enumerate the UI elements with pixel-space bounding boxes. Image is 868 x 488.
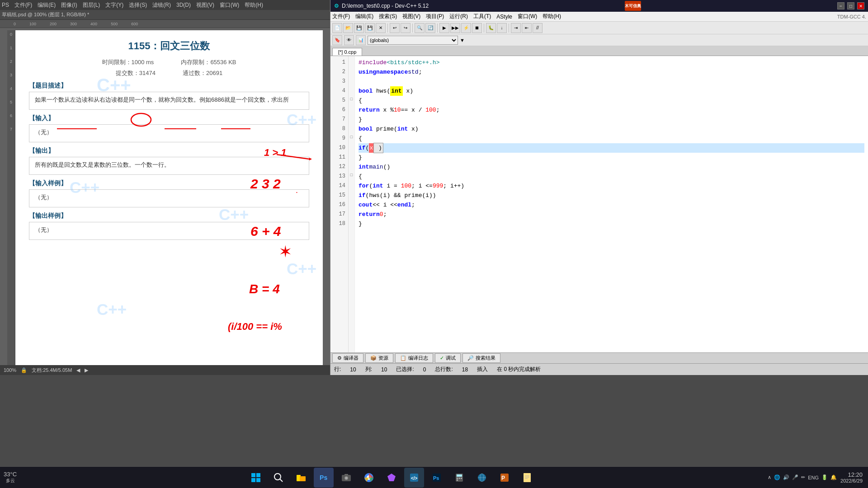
comment-btn[interactable]: // <box>533 23 542 33</box>
titlebar-controls[interactable]: − □ ✕ <box>837 2 864 9</box>
ps-menu-text[interactable]: 文字(Y) <box>105 1 123 9</box>
devcpp-app[interactable]: </> <box>404 468 424 488</box>
devcpp-menubar[interactable]: 文件(F) 编辑(E) 搜索(S) 视图(V) 项目(P) 运行(R) 工具(T… <box>330 12 868 22</box>
taskbar-apps[interactable]: Ps </> Ps P <box>20 468 762 488</box>
globals-select[interactable]: (globals) <box>368 36 458 45</box>
photoshop-app[interactable]: Ps <box>314 468 334 488</box>
compile-btn[interactable]: ▶ <box>439 23 449 33</box>
menu-view[interactable]: 视图(V) <box>402 13 420 20</box>
code-line-5[interactable]: { <box>359 96 864 105</box>
code-line-16[interactable]: cout << i << endl; <box>359 200 864 210</box>
menu-help[interactable]: 帮助(H) <box>542 13 561 20</box>
tab-compile-log[interactable]: 📋 编译日志 <box>395 353 433 363</box>
stop-btn[interactable]: ⏹ <box>472 23 482 33</box>
code-line-8[interactable]: bool prime(int x) <box>359 124 864 134</box>
code-line-7[interactable]: } <box>359 115 864 124</box>
code-line-10[interactable]: if(x ) <box>359 143 864 153</box>
new-btn[interactable]: 📄 <box>332 23 342 33</box>
code-line-14[interactable]: for(int i = 100; i <= 999; i++) <box>359 181 864 191</box>
redo-btn[interactable]: ↪ <box>401 23 410 33</box>
code-line-1[interactable]: #include<bits/stdc++.h> <box>359 58 864 67</box>
devcpp-second-toolbar[interactable]: 🔖 👁 📊 (globals) ▼ <box>330 34 868 46</box>
mic-icon[interactable]: 🎤 <box>792 474 798 480</box>
replace-btn[interactable]: 🔄 <box>425 23 435 33</box>
step-btn[interactable]: ↓ <box>497 23 507 33</box>
ps-menu-ps[interactable]: PS <box>2 2 9 8</box>
code-line-13[interactable]: { <box>359 172 864 181</box>
code-line-17[interactable]: return 0; <box>359 210 864 219</box>
bookmark-btn[interactable]: 🔖 <box>332 35 342 45</box>
devcpp-footer-tabs[interactable]: ⚙ 编译器 📦 资源 📋 编译日志 ✓ 调试 🔎 搜索结果 <box>330 352 868 363</box>
ps-menu-file[interactable]: 文件(F) <box>14 1 32 9</box>
tab-compiler[interactable]: ⚙ 编译器 <box>332 353 363 363</box>
menu-run[interactable]: 运行(R) <box>449 13 468 20</box>
debug-btn[interactable]: 🐛 <box>486 23 496 33</box>
ps-menu-filter[interactable]: 滤镜(R) <box>152 1 171 9</box>
save-btn[interactable]: 💾 <box>354 23 364 33</box>
open-btn[interactable]: 📂 <box>343 23 353 33</box>
tab-debug[interactable]: ✓ 调试 <box>435 353 461 363</box>
code-line-15[interactable]: if(hws(i) && prime(i)) <box>359 191 864 200</box>
menu-astyle[interactable]: AStyle <box>496 14 512 20</box>
code-line-11[interactable]: } <box>359 153 864 162</box>
ps-menu-window[interactable]: 窗口(W) <box>220 1 239 9</box>
devcpp-tabs[interactable]: [*] 0.cpp <box>330 46 868 56</box>
ps-menu-image[interactable]: 图像(I) <box>61 1 77 9</box>
search-app[interactable] <box>269 468 288 488</box>
pen-icon[interactable]: ✏ <box>801 474 805 480</box>
profile-btn[interactable]: 📊 <box>356 35 366 45</box>
chrome-app[interactable] <box>359 468 379 488</box>
lang-label[interactable]: ENG <box>808 475 819 480</box>
dedent-btn[interactable]: ⇤ <box>522 23 532 33</box>
save-all-btn[interactable]: 💾 <box>365 23 375 33</box>
devcpp-toolbar[interactable]: 📄 📂 💾 💾 ✕ ↩ ↪ 🔍 🔄 ▶ ▶▶ ⚡ ⏹ 🐛 ↓ ⇥ ⇤ // <box>330 22 868 34</box>
menu-project[interactable]: 项目(P) <box>426 13 444 20</box>
ps2-app[interactable]: Ps <box>427 468 447 488</box>
tab-search-results[interactable]: 🔎 搜索结果 <box>462 353 500 363</box>
tab-resource[interactable]: 📦 资源 <box>365 353 393 363</box>
maximize-button[interactable]: □ <box>847 2 854 9</box>
code-line-12[interactable]: int main() <box>359 162 864 172</box>
tab-0cpp[interactable]: [*] 0.cpp <box>332 48 362 56</box>
ps-menu-3d[interactable]: 3D(D) <box>176 2 191 8</box>
notification-icon[interactable]: 🔔 <box>830 474 837 480</box>
menu-tools[interactable]: 工具(T) <box>473 13 491 20</box>
code-line-6[interactable]: return x % 10 == x / 100; <box>359 105 864 115</box>
code-line-4[interactable]: bool hws(int x) <box>359 86 864 96</box>
code-line-18[interactable]: } <box>359 219 864 229</box>
volume-icon[interactable]: 🔊 <box>783 474 789 480</box>
file-explorer-app[interactable] <box>291 468 311 488</box>
ps-menu-view[interactable]: 视图(V) <box>196 1 214 9</box>
code-area[interactable]: #include<bits/stdc++.h>using namespace s… <box>355 56 868 352</box>
find-btn[interactable]: 🔍 <box>415 23 425 33</box>
ps-menubar[interactable]: PS 文件(F) 编辑(E) 图像(I) 图层(L) 文字(Y) 选择(S) 滤… <box>0 0 330 10</box>
minimize-button[interactable]: − <box>837 2 844 9</box>
dropdown-arrow[interactable]: ▼ <box>460 38 465 43</box>
note-app[interactable] <box>517 468 537 488</box>
compile-run-btn[interactable]: ⚡ <box>461 23 471 33</box>
code-line-3[interactable] <box>359 77 864 86</box>
ps-menu-layer[interactable]: 图层(L) <box>83 1 100 9</box>
ps-menu-select[interactable]: 选择(S) <box>129 1 147 9</box>
windows-taskbar[interactable]: 33°C 多云 Ps </> Ps <box>0 466 868 488</box>
menu-search[interactable]: 搜索(S) <box>379 13 397 20</box>
code-line-9[interactable]: { <box>359 134 864 143</box>
close-button[interactable]: ✕ <box>857 2 864 9</box>
menu-edit[interactable]: 编辑(E) <box>355 13 373 20</box>
close-btn[interactable]: ✕ <box>376 23 386 33</box>
windows-start[interactable] <box>246 468 266 488</box>
calc-app[interactable] <box>449 468 469 488</box>
menu-file[interactable]: 文件(F) <box>332 13 350 20</box>
indent-btn[interactable]: ⇥ <box>511 23 521 33</box>
undo-btn[interactable]: ↩ <box>390 23 400 33</box>
menu-window[interactable]: 窗口(W) <box>518 13 537 20</box>
devcpp-editor[interactable]: 123456789101112131415161718 □□□ #include… <box>330 56 868 352</box>
ps-nav-left[interactable]: ◀ <box>76 367 80 373</box>
code-line-2[interactable]: using namespace std; <box>359 67 864 77</box>
gem-app[interactable] <box>382 468 401 488</box>
watch-btn[interactable]: 👁 <box>344 35 354 45</box>
ppt-app[interactable]: P <box>495 468 514 488</box>
chevron-up-icon[interactable]: ∧ <box>768 474 771 480</box>
camera-app[interactable] <box>336 468 356 488</box>
run-btn[interactable]: ▶▶ <box>450 23 460 33</box>
